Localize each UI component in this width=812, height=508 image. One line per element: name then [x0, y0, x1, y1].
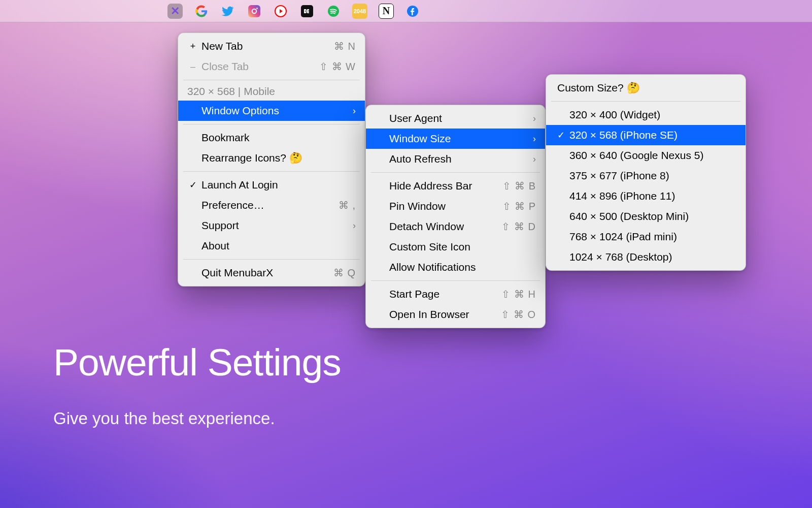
notion-icon[interactable]: N: [379, 4, 394, 19]
shortcut: ⌘ N: [334, 40, 356, 52]
menu-item-label: Custom Site Icon: [389, 241, 536, 253]
google-icon[interactable]: [194, 4, 209, 19]
size-option[interactable]: 414 × 896 (iPhone 11): [546, 186, 746, 206]
menu-item-label: New Tab: [201, 40, 319, 52]
menu-item-label: Start Page: [389, 288, 486, 300]
menu-new-tab[interactable]: + New Tab ⌘ N: [178, 36, 365, 56]
2048-icon[interactable]: 2048: [352, 4, 367, 19]
menu-window-size[interactable]: Window Size ›: [366, 129, 545, 149]
menubarx-icon[interactable]: ✕: [167, 4, 183, 19]
twitter-icon[interactable]: [220, 4, 235, 19]
menubar-icons: ✕ 2048 N: [167, 4, 420, 19]
devto-icon[interactable]: [299, 4, 315, 19]
menu-item-label: Auto Refresh: [389, 153, 518, 165]
spotify-icon[interactable]: [326, 4, 341, 19]
main-menu: + New Tab ⌘ N – Close Tab ⇧ ⌘ W 320 × 56…: [178, 33, 365, 287]
separator: [183, 259, 360, 260]
hero-title: Powerful Settings: [53, 340, 341, 384]
separator: [551, 101, 740, 102]
chevron-right-icon: ›: [353, 220, 356, 231]
shortcut: ⇧ ⌘ P: [502, 200, 536, 212]
size-option[interactable]: 360 × 640 (Google Nexus 5): [546, 145, 746, 166]
menu-item-label: Bookmark: [201, 132, 356, 144]
menu-quit[interactable]: Quit MenubarX ⌘ Q: [178, 263, 365, 283]
shortcut: ⇧ ⌘ H: [501, 288, 536, 300]
menu-open-in-browser[interactable]: Open In Browser ⇧ ⌘ O: [366, 304, 545, 325]
chevron-right-icon: ›: [533, 154, 536, 165]
menu-pin-window[interactable]: Pin Window ⇧ ⌘ P: [366, 196, 545, 216]
menu-detach-window[interactable]: Detach Window ⇧ ⌘ D: [366, 216, 545, 237]
menu-launch-at-login[interactable]: ✓ Launch At Login: [178, 175, 365, 195]
size-option[interactable]: ✓320 × 568 (iPhone SE): [546, 125, 746, 145]
shortcut: ⇧ ⌘ D: [501, 220, 536, 233]
plus-icon: +: [187, 41, 198, 52]
separator: [183, 171, 360, 172]
menu-item-label: 320 × 400 (Widget): [569, 109, 736, 121]
separator: [183, 124, 360, 124]
menu-item-label: Custom Size? 🤔: [557, 82, 736, 94]
menu-item-label: 1024 × 768 (Desktop): [569, 251, 736, 263]
menu-bookmark[interactable]: Bookmark: [178, 128, 365, 148]
hero-subtitle: Give you the best experience.: [53, 409, 275, 428]
menu-custom-site-icon[interactable]: Custom Site Icon: [366, 237, 545, 257]
svg-point-2: [256, 8, 258, 9]
menu-user-agent[interactable]: User Agent ›: [366, 108, 545, 129]
shortcut: ⇧ ⌘ B: [502, 180, 536, 192]
menu-item-label: 320 × 568 (iPhone SE): [569, 129, 736, 141]
menu-close-tab: – Close Tab ⇧ ⌘ W: [178, 56, 365, 77]
menu-item-label: Support: [201, 219, 337, 232]
menu-item-label: 640 × 500 (Desktop Mini): [569, 210, 736, 223]
menubar: ✕ 2048 N: [0, 0, 812, 22]
shortcut: ⇧ ⌘ O: [501, 308, 536, 321]
menu-item-label: Open In Browser: [389, 308, 486, 321]
shortcut: ⇧ ⌘ W: [319, 60, 356, 73]
menu-item-label: User Agent: [389, 112, 518, 124]
size-option[interactable]: 375 × 677 (iPhone 8): [546, 166, 746, 186]
shortcut: ⌘ ,: [339, 199, 356, 211]
menu-item-label: About: [201, 240, 356, 252]
youtube-icon[interactable]: [273, 4, 288, 19]
menu-item-label: Close Tab: [201, 60, 304, 73]
chevron-right-icon: ›: [533, 113, 536, 124]
menu-item-label: 375 × 677 (iPhone 8): [569, 170, 736, 182]
menu-item-label: Window Options: [201, 105, 337, 117]
menu-item-label: Launch At Login: [201, 179, 356, 191]
menu-item-label: Window Size: [389, 133, 518, 145]
checkmark-icon: ✓: [555, 130, 566, 141]
menu-allow-notifications[interactable]: Allow Notifications: [366, 257, 545, 277]
separator: [371, 172, 540, 173]
menu-custom-size[interactable]: Custom Size? 🤔: [546, 78, 746, 98]
menu-item-label: 768 × 1024 (iPad mini): [569, 231, 736, 243]
menu-item-label: Allow Notifications: [389, 261, 536, 273]
menu-item-label: Hide Address Bar: [389, 180, 487, 192]
facebook-icon[interactable]: [405, 4, 420, 19]
menu-auto-refresh[interactable]: Auto Refresh ›: [366, 149, 545, 169]
menu-rearrange-icons[interactable]: Rearrange Icons? 🤔: [178, 148, 365, 168]
menu-window-options[interactable]: Window Options ›: [178, 101, 365, 121]
menu-about[interactable]: About: [178, 236, 365, 256]
menu-item-label: Preference…: [201, 199, 323, 211]
size-option[interactable]: 320 × 400 (Widget): [546, 105, 746, 125]
separator: [183, 80, 360, 80]
menu-item-label: Quit MenubarX: [201, 267, 318, 279]
menu-item-label: 360 × 640 (Google Nexus 5): [569, 149, 736, 162]
size-option[interactable]: 768 × 1024 (iPad mini): [546, 227, 746, 247]
window-size-submenu: Custom Size? 🤔 320 × 400 (Widget)✓320 × …: [546, 74, 746, 271]
size-header: 320 × 568 | Mobile: [178, 83, 365, 101]
menu-preference[interactable]: Preference… ⌘ ,: [178, 195, 365, 215]
checkmark-icon: ✓: [187, 179, 198, 190]
svg-rect-0: [248, 5, 260, 17]
minus-icon: –: [187, 61, 198, 72]
menu-support[interactable]: Support ›: [178, 215, 365, 236]
menu-item-label: 414 × 896 (iPhone 11): [569, 190, 736, 202]
size-option[interactable]: 1024 × 768 (Desktop): [546, 247, 746, 267]
instagram-icon[interactable]: [247, 4, 262, 19]
separator: [371, 280, 540, 281]
menu-item-label: Detach Window: [389, 220, 486, 233]
menu-hide-address-bar[interactable]: Hide Address Bar ⇧ ⌘ B: [366, 176, 545, 196]
chevron-right-icon: ›: [533, 134, 536, 144]
menu-start-page[interactable]: Start Page ⇧ ⌘ H: [366, 284, 545, 304]
menu-item-label: Rearrange Icons? 🤔: [201, 152, 356, 164]
size-option[interactable]: 640 × 500 (Desktop Mini): [546, 206, 746, 227]
menu-item-label: Pin Window: [389, 200, 487, 212]
